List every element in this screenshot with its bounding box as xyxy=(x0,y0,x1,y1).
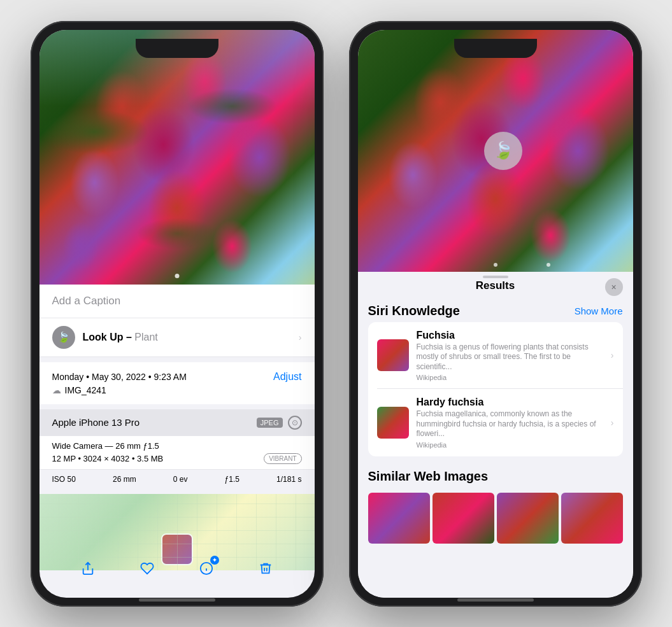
show-more-button[interactable]: Show More xyxy=(575,306,623,316)
ev-value: 0 ev xyxy=(173,475,188,484)
fuchsia-description: Fuchsia is a genus of flowering plants t… xyxy=(417,342,603,372)
lookup-chevron: › xyxy=(299,332,302,342)
right-phone-screen: 🍃 Results × xyxy=(358,30,633,598)
similar-image-4[interactable] xyxy=(561,493,623,544)
right-screen-content: 🍃 Results × xyxy=(358,30,633,598)
hardy-fuchsia-chevron: › xyxy=(611,418,614,428)
volume-up-button xyxy=(31,155,31,195)
hardy-fuchsia-description: Fuchsia magellanica, commonly known as t… xyxy=(417,409,603,439)
hardy-fuchsia-content: Hardy fuchsia Fuchsia magellanica, commo… xyxy=(417,397,603,449)
fuchsia-thumbnail xyxy=(377,339,409,371)
info-badge: ✦ xyxy=(210,556,219,565)
aperture-value: ƒ1.5 xyxy=(225,475,239,484)
mp-info: 12 MP • 3024 × 4032 • 3.5 MB xyxy=(52,454,164,463)
adjust-button[interactable]: Adjust xyxy=(273,371,301,383)
camera-details: Wide Camera — 26 mm ƒ1.5 12 MP • 3024 × … xyxy=(39,436,315,469)
fuchsia-content: Fuchsia Fuchsia is a genus of flowering … xyxy=(417,330,603,382)
results-title: Results xyxy=(476,279,515,292)
left-screen-content: Add a Caption 🍃 Look Up – Plant › Monday… xyxy=(39,30,315,598)
similar-section-header: Similar Web Images xyxy=(368,464,623,488)
results-header: Results × xyxy=(358,272,633,299)
focal-length: 26 mm xyxy=(113,475,136,484)
visual-lookup-badge[interactable]: 🍃 xyxy=(484,132,522,170)
info-button[interactable]: ✦ xyxy=(192,554,220,582)
bottom-toolbar: ✦ xyxy=(39,554,315,582)
caption-placeholder[interactable]: Add a Caption xyxy=(52,295,121,307)
date-text: Monday • May 30, 2022 • 9:23 AM xyxy=(52,372,187,382)
jpeg-badge: JPEG xyxy=(257,418,283,428)
volume-down-button xyxy=(31,202,31,243)
knowledge-item-fuchsia[interactable]: Fuchsia Fuchsia is a genus of flowering … xyxy=(368,322,623,390)
siri-knowledge-title: Siri Knowledge xyxy=(368,304,460,318)
badge-row: JPEG ⊙ xyxy=(257,416,302,430)
date-row: Monday • May 30, 2022 • 9:23 AM Adjust xyxy=(52,371,302,383)
left-phone-screen: Add a Caption 🍃 Look Up – Plant › Monday… xyxy=(39,30,315,598)
notch-right xyxy=(454,39,537,58)
similar-image-1[interactable] xyxy=(368,493,430,544)
results-panel: Results × Siri Knowledge Show More xyxy=(358,272,633,598)
leaf-icon: 🍃 xyxy=(493,141,513,160)
flower-photo-right[interactable]: 🍃 xyxy=(358,30,633,272)
dot-indicator-right xyxy=(494,263,497,267)
left-phone-frame: Add a Caption 🍃 Look Up – Plant › Monday… xyxy=(31,21,324,607)
hardy-fuchsia-source: Wikipedia xyxy=(417,441,603,449)
fuchsia-source: Wikipedia xyxy=(417,374,603,381)
mp-row: 12 MP • 3024 × 4032 • 3.5 MB VIBRANT xyxy=(52,453,302,464)
lookup-label: Look Up – Plant xyxy=(83,332,158,343)
volume-up-button-right xyxy=(349,155,350,195)
close-button[interactable]: × xyxy=(605,278,623,296)
drag-handle[interactable] xyxy=(483,276,508,278)
visual-lookup-icon: 🍃 xyxy=(52,326,75,349)
favorite-button[interactable] xyxy=(133,554,161,582)
share-button[interactable] xyxy=(74,554,102,582)
siri-knowledge-section: Siri Knowledge Show More Fuchsia Fuchsia… xyxy=(358,299,633,465)
fuchsia-name: Fuchsia xyxy=(417,330,603,341)
power-button-right xyxy=(641,167,642,225)
page-dot-right xyxy=(547,263,550,267)
camera-model: Apple iPhone 13 Pro xyxy=(52,417,140,428)
flower-photo[interactable] xyxy=(39,30,315,285)
knowledge-item-hardy-fuchsia[interactable]: Hardy fuchsia Fuchsia magellanica, commo… xyxy=(368,389,623,456)
vibrant-badge: VIBRANT xyxy=(264,453,301,464)
iso-value: ISO 50 xyxy=(52,475,76,484)
mute-button-right xyxy=(349,123,350,143)
camera-model-row: Apple iPhone 13 Pro JPEG ⊙ xyxy=(39,409,315,436)
volume-down-button-right xyxy=(349,202,350,243)
filename-row: ☁ IMG_4241 xyxy=(52,385,302,395)
photo-info-section: Monday • May 30, 2022 • 9:23 AM Adjust ☁… xyxy=(39,362,315,404)
home-indicator-right xyxy=(457,598,534,602)
hardy-fuchsia-name: Hardy fuchsia xyxy=(417,397,603,408)
delete-button[interactable] xyxy=(252,554,280,582)
mute-button xyxy=(31,123,31,143)
page-indicator-dot xyxy=(175,274,179,278)
camera-type: Wide Camera — 26 mm ƒ1.5 xyxy=(52,441,302,451)
similar-images-section: Similar Web Images xyxy=(358,464,633,551)
notch xyxy=(136,39,218,58)
exif-row: ISO 50 26 mm 0 ev ƒ1.5 1/181 s xyxy=(39,469,315,489)
cloud-icon: ☁ xyxy=(52,385,61,395)
siri-section-header: Siri Knowledge Show More xyxy=(368,299,623,322)
camera-section: Apple iPhone 13 Pro JPEG ⊙ Wide Camera —… xyxy=(39,409,315,489)
power-button xyxy=(323,167,324,225)
filename: IMG_4241 xyxy=(65,385,106,395)
close-icon: × xyxy=(611,282,616,292)
similar-image-2[interactable] xyxy=(433,493,494,544)
caption-area[interactable]: Add a Caption xyxy=(39,285,315,318)
location-icon: ⊙ xyxy=(288,416,302,430)
hardy-fuchsia-thumbnail xyxy=(377,407,409,439)
similar-image-3[interactable] xyxy=(497,493,559,544)
home-indicator xyxy=(139,598,215,602)
lookup-row[interactable]: 🍃 Look Up – Plant › xyxy=(39,318,315,357)
shutter-speed: 1/181 s xyxy=(276,475,301,484)
knowledge-card: Fuchsia Fuchsia is a genus of flowering … xyxy=(368,322,623,457)
similar-images-title: Similar Web Images xyxy=(368,469,489,484)
similar-images-row xyxy=(368,493,623,544)
phones-container: Add a Caption 🍃 Look Up – Plant › Monday… xyxy=(18,8,655,619)
right-phone-frame: 🍃 Results × xyxy=(349,21,642,607)
fuchsia-chevron: › xyxy=(611,350,614,360)
